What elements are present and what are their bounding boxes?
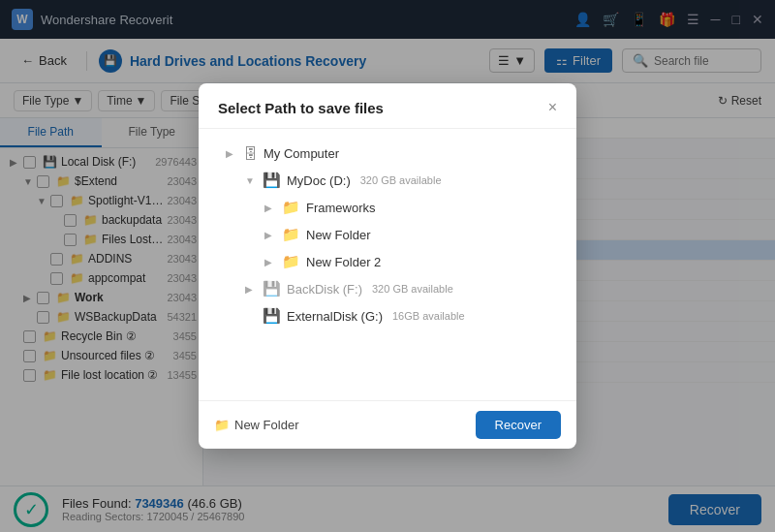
modal-item-label: BackDisk (F:) xyxy=(287,282,362,297)
modal-caret-icon: ▶ xyxy=(264,257,276,267)
modal-caret-icon: ▶ xyxy=(245,284,257,295)
modal-item-label: MyDoc (D:) xyxy=(287,173,351,188)
modal-tree-item[interactable]: ▶ 📁 Frameworks xyxy=(214,194,561,221)
modal-tree-item[interactable]: ▶ 🗄 My Computer xyxy=(214,141,561,167)
modal-caret-icon: ▶ xyxy=(226,148,237,159)
modal-item-sub: 16GB available xyxy=(392,310,465,322)
modal-body: ▶ 🗄 My Computer ▼ 💾 MyDoc (D:) 320 GB av… xyxy=(199,129,576,400)
modal-tree-item[interactable]: ▶ 📁 New Folder xyxy=(214,221,561,248)
modal-item-label: New Folder 2 xyxy=(306,255,381,269)
modal-close-button[interactable]: × xyxy=(548,99,557,116)
modal-item-label: Frameworks xyxy=(306,201,376,215)
modal-tree-item[interactable]: 💾 ExternalDisk (G:) 16GB available xyxy=(214,302,561,329)
new-folder-button[interactable]: 📁 New Folder xyxy=(214,418,298,432)
modal-caret-icon: ▶ xyxy=(264,230,276,240)
modal-caret-icon: ▼ xyxy=(245,175,257,186)
modal-item-label: New Folder xyxy=(306,228,370,242)
modal-tree-item[interactable]: ▶ 📁 New Folder 2 xyxy=(214,248,561,275)
modal-tree-item[interactable]: ▶ 💾 BackDisk (F:) 320 GB available xyxy=(214,275,561,302)
modal-item-icon: 💾 xyxy=(263,280,281,297)
modal-item-sub: 320 GB available xyxy=(372,283,453,295)
new-folder-icon: 📁 xyxy=(214,418,230,432)
modal-overlay: Select Path to save files × ▶ 🗄 My Compu… xyxy=(0,0,775,532)
modal-item-icon: 📁 xyxy=(282,253,300,270)
modal-title: Select Path to save files xyxy=(218,100,384,116)
modal-recover-button[interactable]: Recover xyxy=(476,411,561,439)
modal-item-label: My Computer xyxy=(264,146,339,161)
modal-tree-item[interactable]: ▼ 💾 MyDoc (D:) 320 GB available xyxy=(214,167,561,194)
modal-item-icon: 💾 xyxy=(263,307,281,325)
modal-header: Select Path to save files × xyxy=(199,83,576,129)
modal-item-icon: 🗄 xyxy=(243,145,258,162)
modal-item-sub: 320 GB available xyxy=(360,174,442,186)
save-path-modal: Select Path to save files × ▶ 🗄 My Compu… xyxy=(199,83,576,449)
modal-caret-icon: ▶ xyxy=(264,203,276,213)
modal-item-icon: 📁 xyxy=(282,226,300,243)
modal-item-label: ExternalDisk (G:) xyxy=(287,309,383,324)
modal-item-icon: 📁 xyxy=(282,199,300,216)
modal-item-icon: 💾 xyxy=(263,172,281,189)
modal-footer: 📁 New Folder Recover xyxy=(199,400,576,449)
